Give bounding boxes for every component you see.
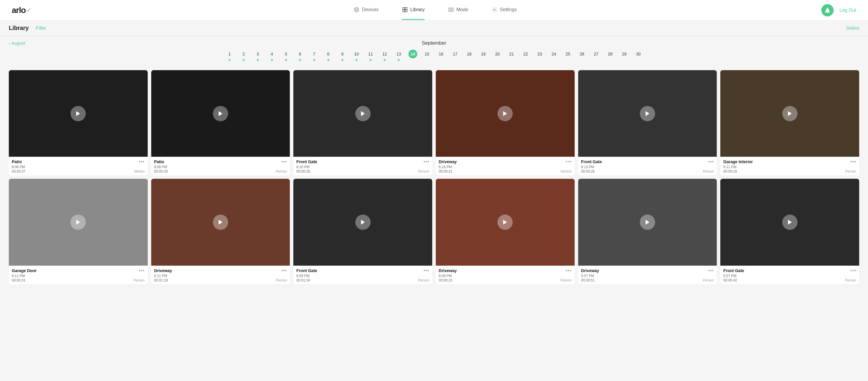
nav-item-settings[interactable]: Settings	[492, 7, 517, 14]
filter-button[interactable]: Filter	[36, 26, 46, 31]
day-dot	[370, 59, 371, 61]
video-card[interactable]: Front Gate ••• 6:13 PM 00:00:26 Person	[578, 70, 717, 175]
play-button[interactable]	[355, 106, 371, 121]
day-cell[interactable]: 6	[293, 50, 307, 61]
video-tag: Person	[845, 169, 856, 173]
day-cell[interactable]: 30	[631, 50, 645, 61]
notifications-button[interactable]	[821, 4, 834, 17]
video-duration-row: 00:00:51 Person	[581, 278, 714, 282]
video-name-row: Front Gate •••	[581, 159, 714, 164]
video-card[interactable]: Front Gate ••• 5:57 PM 00:00:42 Person	[720, 179, 859, 284]
video-card[interactable]: Patio ••• 8:05 PM 00:00:33 Person	[151, 70, 290, 175]
more-options-button[interactable]: •••	[566, 268, 572, 273]
play-button[interactable]	[213, 215, 228, 230]
svg-point-1	[355, 8, 358, 10]
more-options-button[interactable]: •••	[566, 159, 572, 164]
more-options-button[interactable]: •••	[424, 159, 429, 164]
day-cell[interactable]: 1	[223, 50, 237, 61]
play-button[interactable]	[782, 215, 798, 230]
day-cell[interactable]: 11	[364, 50, 378, 61]
day-cell[interactable]: 10	[349, 50, 364, 61]
day-cell[interactable]: 17	[448, 50, 462, 61]
video-duration-row: 00:00:28 Person	[296, 169, 429, 173]
day-cell[interactable]: 26	[575, 50, 589, 61]
video-card[interactable]: Driveway ••• 5:57 PM 00:00:51 Person	[578, 179, 717, 284]
more-options-button[interactable]: •••	[708, 159, 714, 164]
day-cell[interactable]: 18	[462, 50, 476, 61]
video-card[interactable]: Driveway ••• 6:11 PM 00:01:19 Person	[151, 179, 290, 284]
day-cell[interactable]: 5	[279, 50, 293, 61]
more-options-button[interactable]: •••	[281, 268, 287, 273]
day-number: 25	[563, 50, 572, 58]
video-card[interactable]: Driveway ••• 6:09 PM 00:00:23 Person	[436, 179, 575, 284]
video-info: Driveway ••• 5:57 PM 00:00:51 Person	[578, 266, 717, 284]
more-options-button[interactable]: •••	[281, 159, 287, 164]
day-cell[interactable]: 14	[406, 50, 420, 61]
more-options-button[interactable]: •••	[850, 268, 856, 273]
play-button[interactable]	[70, 215, 86, 230]
day-cell[interactable]: 24	[547, 50, 561, 61]
play-button[interactable]	[355, 215, 371, 230]
svg-marker-10	[76, 111, 80, 116]
play-button[interactable]	[213, 106, 228, 121]
day-cell[interactable]: 28	[603, 50, 617, 61]
gear-icon	[492, 7, 497, 12]
day-cell[interactable]: 3	[251, 50, 265, 61]
video-card[interactable]: Patio ••• 8:06 PM 00:00:37 Motion	[9, 70, 148, 175]
more-options-button[interactable]: •••	[139, 268, 145, 273]
play-icon	[360, 110, 366, 117]
video-thumbnail	[151, 179, 290, 265]
day-cell[interactable]: 29	[617, 50, 631, 61]
more-options-button[interactable]: •••	[708, 268, 714, 273]
day-cell[interactable]: 21	[504, 50, 519, 61]
day-cell[interactable]: 8	[321, 50, 335, 61]
day-cell[interactable]: 23	[533, 50, 547, 61]
video-info: Patio ••• 8:05 PM 00:00:33 Person	[151, 157, 290, 175]
video-name: Front Gate	[723, 268, 744, 273]
video-tag: Vehicle	[560, 169, 572, 173]
day-cell[interactable]: 4	[265, 50, 279, 61]
day-cell[interactable]: 22	[519, 50, 533, 61]
video-card[interactable]: Front Gate ••• 6:16 PM 00:00:28 Person	[293, 70, 432, 175]
day-cell[interactable]: 12	[378, 50, 392, 61]
video-card[interactable]: Front Gate ••• 6:09 PM 00:01:34 Person	[293, 179, 432, 284]
header: arlo ✓ Devices Library Mode Settings Log…	[0, 0, 868, 21]
video-name: Driveway	[154, 268, 172, 273]
play-button[interactable]	[497, 106, 513, 121]
video-duration-row: 00:00:31 Vehicle	[439, 169, 572, 173]
more-options-button[interactable]: •••	[139, 159, 145, 164]
more-options-button[interactable]: •••	[424, 268, 429, 273]
nav-item-library[interactable]: Library	[402, 7, 425, 20]
play-button[interactable]	[640, 215, 655, 230]
video-duration-row: 00:00:37 Motion	[12, 169, 145, 173]
day-cell[interactable]: 16	[434, 50, 448, 61]
day-cell[interactable]: 19	[476, 50, 490, 61]
day-cell[interactable]: 7	[307, 50, 321, 61]
nav-item-mode[interactable]: Mode	[448, 7, 468, 14]
day-cell[interactable]: 15	[420, 50, 434, 61]
day-cell[interactable]: 13	[392, 50, 406, 61]
video-card[interactable]: Garage Interior ••• 6:11 PM 00:00:19 Per…	[720, 70, 859, 175]
nav-item-devices[interactable]: Devices	[353, 7, 378, 14]
more-options-button[interactable]: •••	[850, 159, 856, 164]
day-cell[interactable]: 20	[490, 50, 504, 61]
video-thumbnail	[436, 70, 575, 157]
day-cell[interactable]: 9	[335, 50, 349, 61]
video-tag: Person	[276, 278, 287, 282]
play-button[interactable]	[497, 215, 513, 230]
logout-link[interactable]: Log Out	[839, 8, 856, 13]
select-button[interactable]: Select	[846, 26, 859, 31]
video-card[interactable]: Garage Door ••• 6:11 PM 00:00:31 Person	[9, 179, 148, 284]
day-cell[interactable]: 27	[589, 50, 603, 61]
video-card[interactable]: Driveway ••• 6:16 PM 00:00:31 Vehicle	[436, 70, 575, 175]
play-button[interactable]	[640, 106, 655, 121]
day-cell[interactable]: 2	[237, 50, 251, 61]
play-button[interactable]	[70, 106, 86, 121]
video-name: Driveway	[439, 268, 457, 273]
day-number: 14	[408, 50, 417, 58]
video-duration: 00:00:19	[723, 169, 737, 173]
day-cell[interactable]: 25	[561, 50, 575, 61]
play-button[interactable]	[782, 106, 798, 121]
svg-point-0	[354, 7, 359, 12]
prev-month-button[interactable]: ‹ August	[9, 40, 25, 45]
